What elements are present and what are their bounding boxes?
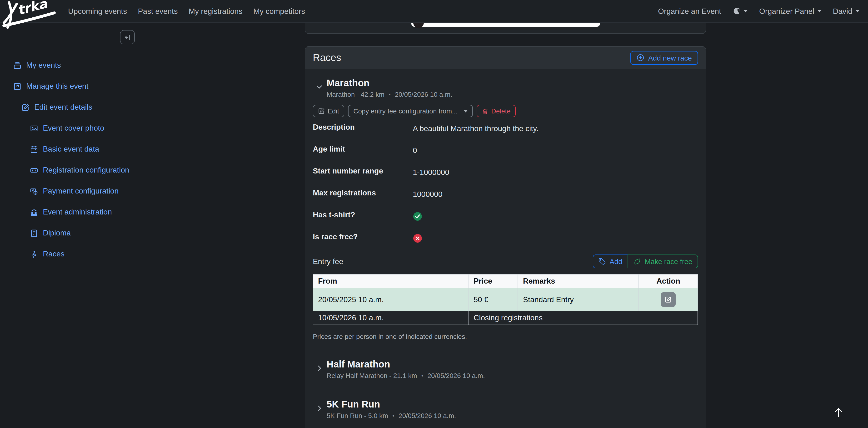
dot-separator: • xyxy=(392,413,394,419)
sidebar-item-diploma[interactable]: Diploma xyxy=(0,223,152,244)
cell-from: 20/05/2025 10 a.m. xyxy=(313,288,468,311)
field-row-max-registrations: Max registrations 1000000 xyxy=(313,189,698,200)
race-title: Half Marathon xyxy=(327,359,485,370)
race-5k-fun-run-toggle[interactable]: 5K Fun Run 5K Fun Run - 5.0 km • 20/05/2… xyxy=(313,399,698,420)
races-card-header: Races Add new race xyxy=(305,47,706,69)
sidebar-collapse-button[interactable] xyxy=(120,30,135,44)
table-row: 20/05/2025 10 a.m. 50 € Standard Entry xyxy=(313,288,698,311)
nav-upcoming-events[interactable]: Upcoming events xyxy=(68,7,127,16)
scroll-to-top-button[interactable] xyxy=(833,406,844,418)
field-row-has-tshirt: Has t-shirt? xyxy=(313,211,698,222)
cash-coin-icon: $ xyxy=(30,187,38,195)
race-section-marathon: Marathon Marathon - 42.2 km • 20/05/2026… xyxy=(305,69,706,350)
edit-race-button[interactable]: Edit xyxy=(313,105,344,117)
nav-my-registrations[interactable]: My registrations xyxy=(189,7,242,16)
field-label: Is race free? xyxy=(313,233,413,244)
add-label: Add xyxy=(610,257,622,265)
caret-down-icon xyxy=(744,10,748,12)
field-label: Has t-shirt? xyxy=(313,211,413,222)
arrow-left-to-bar-icon xyxy=(124,34,131,41)
field-value: A beautiful Marathon through the city. xyxy=(413,123,538,135)
pencil-square-icon xyxy=(665,296,672,303)
top-navbar: Upcoming events Past events My registrat… xyxy=(0,0,868,23)
sidebar-item-event-administration[interactable]: Event administration xyxy=(0,202,152,223)
table-row: 10/05/2026 10 a.m. Closing registrations xyxy=(313,311,698,325)
white-panel-sliver xyxy=(411,23,600,27)
nav-past-events[interactable]: Past events xyxy=(138,7,178,16)
entry-fee-label: Entry fee xyxy=(313,257,343,266)
field-row-is-race-free: Is race free? xyxy=(313,233,698,244)
collection-icon xyxy=(13,61,22,69)
delete-label: Delete xyxy=(491,107,511,115)
race-datetime: 20/05/2026 10 a.m. xyxy=(395,90,452,98)
entry-fee-buttons: Add Make race free xyxy=(593,255,698,268)
sidebar-item-label: Races xyxy=(43,250,64,258)
sidebar-item-payment-configuration[interactable]: $ Payment configuration xyxy=(0,181,152,202)
cell-price: 50 € xyxy=(468,288,518,311)
plus-circle-icon xyxy=(637,54,645,61)
chevron-down-icon xyxy=(316,83,323,90)
page: Upcoming events Past events My registrat… xyxy=(0,0,868,428)
sidebar-item-label: Basic event data xyxy=(43,145,99,153)
sidebar-item-event-cover-photo[interactable]: Event cover photo xyxy=(0,118,152,139)
add-new-race-button[interactable]: Add new race xyxy=(631,51,698,64)
theme-toggle-menu[interactable] xyxy=(733,7,748,15)
cell-from: 10/05/2026 10 a.m. xyxy=(313,311,468,325)
organizer-panel-label: Organizer Panel xyxy=(759,7,814,16)
race-subtitle: 5K Fun Run - 5.0 km • 20/05/2026 10 a.m. xyxy=(327,412,456,420)
make-race-free-label: Make race free xyxy=(645,257,692,265)
race-marathon-toggle[interactable]: Marathon Marathon - 42.2 km • 20/05/2026… xyxy=(313,78,698,98)
chevron-right-icon xyxy=(316,405,323,412)
column-header-price: Price xyxy=(468,274,518,288)
sidebar-item-basic-event-data[interactable]: Basic event data xyxy=(0,139,152,160)
column-header-from: From xyxy=(313,274,468,288)
field-row-age-limit: Age limit 0 xyxy=(313,145,698,156)
race-subtitle: Relay Half Marathon - 21.1 km • 20/05/20… xyxy=(327,372,485,379)
sidebar-item-races[interactable]: Races xyxy=(0,244,152,264)
sidebar-item-manage-this-event[interactable]: Manage this event xyxy=(0,76,152,97)
race-action-buttons: Edit Copy entry fee configuration from..… xyxy=(313,105,698,117)
add-entry-fee-button[interactable]: Add xyxy=(593,255,628,268)
race-subtitle: Marathon - 42.2 km • 20/05/2026 10 a.m. xyxy=(327,90,452,98)
edit-label: Edit xyxy=(328,107,339,115)
dot-separator: • xyxy=(389,91,391,97)
ticket-icon xyxy=(30,166,38,174)
race-datetime: 20/05/2026 10 a.m. xyxy=(399,412,456,420)
entry-fee-table: From Price Remarks Action 20/05/2025 10 … xyxy=(313,274,698,325)
caret-down-icon xyxy=(856,10,860,12)
page-title: Races xyxy=(313,52,341,63)
organizer-panel-menu[interactable]: Organizer Panel xyxy=(759,7,822,16)
calendar-icon xyxy=(30,145,38,153)
chevron-right-icon xyxy=(316,365,323,372)
field-label: Max registrations xyxy=(313,189,413,200)
sidebar-item-label: Event cover photo xyxy=(43,124,104,133)
race-section-half-marathon[interactable]: Half Marathon Relay Half Marathon - 21.1… xyxy=(305,350,706,390)
kanban-icon xyxy=(13,82,22,90)
sidebar-item-my-events[interactable]: My events xyxy=(0,55,152,76)
field-label: Description xyxy=(313,123,413,135)
user-menu[interactable]: David xyxy=(833,7,860,16)
race-section-5k-fun-run[interactable]: 5K Fun Run 5K Fun Run - 5.0 km • 20/05/2… xyxy=(305,390,706,428)
copy-entry-fee-dropdown[interactable]: Copy entry fee configuration from... xyxy=(348,105,472,117)
nav-organize-an-event[interactable]: Organize an Event xyxy=(658,7,721,16)
race-titles: 5K Fun Run 5K Fun Run - 5.0 km • 20/05/2… xyxy=(327,399,456,420)
race-titles: Marathon Marathon - 42.2 km • 20/05/2026… xyxy=(327,78,452,98)
race-titles: Half Marathon Relay Half Marathon - 21.1… xyxy=(327,359,485,379)
race-title: Marathon xyxy=(327,78,452,89)
entry-fee-header: Entry fee Add xyxy=(313,255,698,268)
svg-text:$: $ xyxy=(35,191,36,194)
column-header-remarks: Remarks xyxy=(518,274,639,288)
race-distance: Marathon - 42.2 km xyxy=(327,90,384,98)
sidebar-item-label: Manage this event xyxy=(26,82,89,90)
delete-race-button[interactable]: Delete xyxy=(476,105,516,117)
brand-logo[interactable]: trka xyxy=(2,0,59,30)
dot-separator: • xyxy=(422,373,423,378)
nav-my-competitors[interactable]: My competitors xyxy=(253,7,305,16)
field-label: Start number range xyxy=(313,167,413,178)
edit-entry-fee-button[interactable] xyxy=(661,292,676,307)
race-half-marathon-toggle[interactable]: Half Marathon Relay Half Marathon - 21.1… xyxy=(313,359,698,379)
sidebar-item-registration-configuration[interactable]: Registration configuration xyxy=(0,160,152,181)
make-race-free-button[interactable]: Make race free xyxy=(627,255,698,268)
sidebar-item-edit-event-details[interactable]: Edit event details xyxy=(0,97,152,118)
race-distance: 5K Fun Run - 5.0 km xyxy=(327,412,388,420)
